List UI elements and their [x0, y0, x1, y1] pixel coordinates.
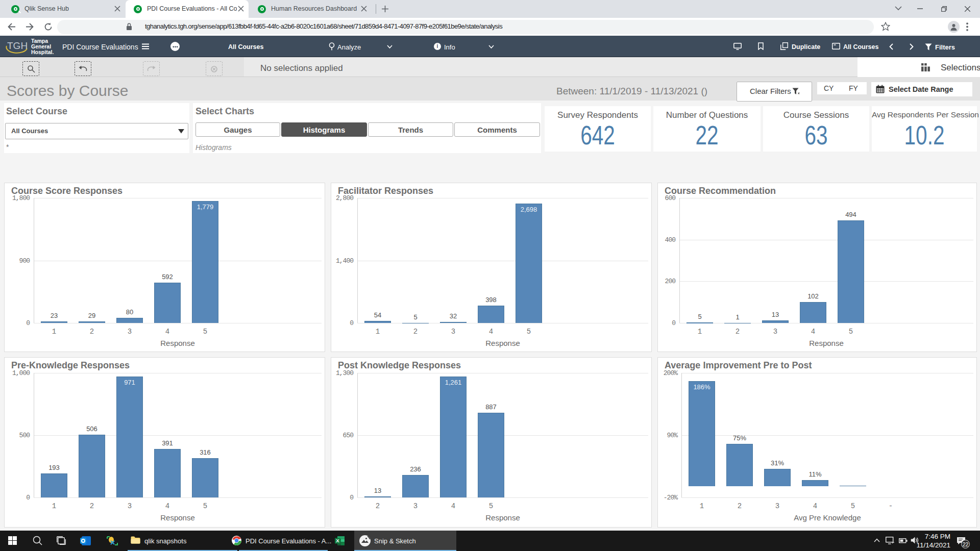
svg-text:X: X [336, 538, 339, 543]
svg-text:TGH: TGH [7, 40, 28, 51]
